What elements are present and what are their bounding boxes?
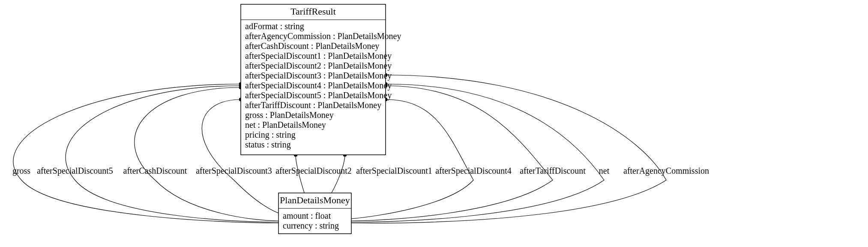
- attr: afterSpecialDiscount5 : PlanDetailsMoney: [245, 90, 392, 100]
- attr: currency : string: [283, 221, 339, 231]
- edge-net: net: [351, 82, 610, 222]
- attr: afterSpecialDiscount2 : PlanDetailsMoney: [245, 61, 392, 71]
- attr: amount : float: [283, 211, 331, 220]
- attr: adFormat : string: [245, 21, 304, 31]
- edge-label-gross: gross: [12, 166, 30, 176]
- edge-gross: gross: [12, 82, 278, 223]
- class-title-tariff-result: TariffResult: [290, 6, 336, 17]
- edge-label-afterSpecialDiscount5: afterSpecialDiscount5: [37, 166, 113, 176]
- attr: net : PlanDetailsMoney: [245, 120, 326, 130]
- attr: afterSpecialDiscount1 : PlanDetailsMoney: [245, 51, 392, 61]
- class-plan-details-money: PlanDetailsMoney amount : float currency…: [278, 193, 351, 234]
- edge-label-afterSpecialDiscount3: afterSpecialDiscount3: [196, 166, 272, 176]
- attr: afterSpecialDiscount4 : PlanDetailsMoney: [245, 81, 392, 90]
- edge-label-afterAgencyCommission: afterAgencyCommission: [623, 166, 709, 176]
- edge-label-afterTariffDiscount: afterTariffDiscount: [520, 166, 586, 175]
- edge-afterAgencyCommission: afterAgencyCommission: [351, 73, 709, 223]
- class-title-plan-details-money: PlanDetailsMoney: [280, 195, 350, 205]
- attr: status : string: [245, 140, 291, 150]
- attr: afterCashDiscount : PlanDetailsMoney: [245, 41, 379, 51]
- attr: gross : PlanDetailsMoney: [245, 110, 334, 120]
- attr: afterAgencyCommission : PlanDetailsMoney: [245, 31, 401, 41]
- edge-label-afterCashDiscount: afterCashDiscount: [123, 166, 187, 175]
- edge-label-afterSpecialDiscount4: afterSpecialDiscount4: [435, 166, 512, 176]
- attr: pricing : string: [245, 130, 296, 140]
- edge-afterTariffDiscount: afterTariffDiscount: [351, 84, 586, 221]
- edge-label-net: net: [599, 166, 610, 175]
- edge-label-afterSpecialDiscount1: afterSpecialDiscount1: [356, 166, 432, 176]
- attr: afterTariffDiscount : PlanDetailsMoney: [245, 100, 381, 110]
- class-tariff-result: TariffResult adFormat : string afterAgen…: [241, 4, 401, 155]
- attr: afterSpecialDiscount3 : PlanDetailsMoney: [245, 71, 392, 81]
